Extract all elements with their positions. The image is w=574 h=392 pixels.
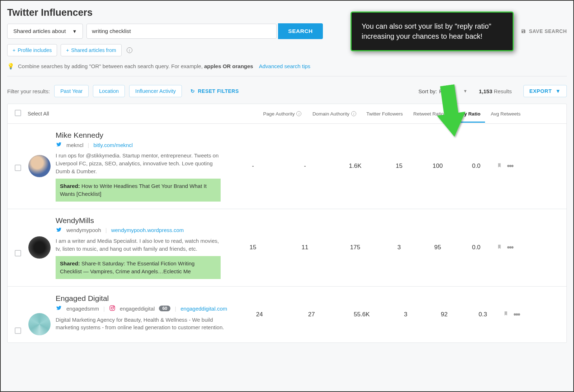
divider: | [105,227,107,233]
export-label: EXPORT [530,88,552,94]
row-checkbox[interactable] [15,250,21,256]
influencer-name[interactable]: Mike Kennedy [56,131,221,140]
cell-page-authority: - [228,162,278,170]
twitter-handle[interactable]: wendymypooh [66,227,101,233]
bookmark-icon[interactable] [497,162,502,170]
lightbulb-icon: 💡 [7,63,14,70]
shared-articles-from-chip[interactable]: + Shared articles from [61,44,121,56]
shared-article: Shared: How to Write Headlines That Get … [56,179,221,202]
instagram-handle[interactable]: engageddigital [120,306,155,312]
row-checkbox[interactable] [15,327,21,334]
twitter-icon [56,305,62,312]
divider: | [88,142,89,148]
instagram-icon [109,305,116,312]
filter-label: Filter your results: [7,88,50,94]
twitter-handle[interactable]: engagedsmm [66,306,99,312]
cell-page-authority: 15 [228,244,278,251]
cell-domain-authority: 27 [284,311,338,318]
divider: | [103,306,105,312]
shared-from-label: Shared articles from [71,47,116,53]
reset-filters-button[interactable]: ↻ RESET FILTERS [190,88,239,94]
more-icon[interactable]: ••• [507,161,513,171]
cell-reply-ratio: 100 [420,162,456,170]
twitter-handle[interactable]: mekncl [66,142,84,148]
select-all-label[interactable]: Select All [28,111,85,117]
table-row: WendyMills wendymypooh | wendymypooh.wor… [8,209,566,287]
cell-avg-retweets: 0.3 [462,311,503,318]
filter-past-year[interactable]: Past Year [54,85,89,97]
filter-activity[interactable]: Influencer Activity [129,85,182,97]
info-icon[interactable]: i [127,47,132,53]
cell-reply-ratio: 95 [420,244,456,251]
cell-domain-authority: 11 [278,244,332,251]
page-title: Twitter Influencers [7,7,93,18]
influencer-name[interactable]: Engaged Digital [56,294,227,303]
cell-twitter-followers: 1.6K [332,162,378,170]
influencer-bio: I am a writer and Media Specialist. I al… [56,237,221,253]
reset-filters-label: RESET FILTERS [198,88,239,94]
save-search-label: SAVE SEARCH [529,28,567,34]
col-page-authority[interactable]: Page Authorityi [257,111,307,117]
plus-icon: + [13,47,15,53]
influencer-name[interactable]: WendyMills [56,216,221,225]
follower-badge: 60 [159,306,170,311]
bookmark-icon[interactable] [503,310,508,318]
search-input[interactable] [86,24,277,39]
influencer-bio: I run ops for @stikkymedia. Startup ment… [56,152,221,175]
more-icon[interactable]: ••• [507,243,513,252]
bookmark-icon[interactable] [497,244,502,252]
shared-article: Shared: Share-It Saturday: The Essential… [56,256,221,279]
cell-retweet-ratio: 3 [385,311,426,318]
cell-avg-retweets: 0.0 [456,162,497,170]
influencer-bio: Digital Marketing Agency for Beauty, Hea… [56,316,224,332]
twitter-icon [56,227,62,233]
profile-link[interactable]: engageddigital.com [180,306,227,312]
avatar [28,313,51,335]
advanced-search-link[interactable]: Advanced search tips [259,63,310,69]
save-search-button[interactable]: SAVE SEARCH [521,28,567,34]
info-icon[interactable]: i [296,111,301,116]
plus-icon: + [66,47,69,53]
table-row: Engaged Digital engagedsmm | engageddigi… [8,287,566,343]
info-icon[interactable]: i [351,111,356,116]
twitter-icon [56,142,62,148]
tip-text: Combine searches by adding "OR" between … [18,63,253,69]
col-twitter-followers[interactable]: Twitter Followers [361,111,408,117]
divider [7,76,567,76]
refresh-icon: ↻ [190,88,195,94]
export-button[interactable]: EXPORT ▼ [523,85,567,97]
annotation-callout: You can also sort your list by "reply ra… [350,11,514,51]
divider: | [175,306,176,312]
cell-avg-retweets: 0.0 [456,244,497,251]
table-row: Mike Kennedy mekncl | bitly.com/mekncl I… [8,124,566,209]
cell-domain-authority: - [278,162,332,170]
svg-rect-3 [440,84,458,117]
cell-reply-ratio: 92 [426,311,462,318]
search-button[interactable]: SEARCH [278,23,323,39]
row-checkbox[interactable] [15,165,21,171]
svg-point-2 [113,306,114,307]
search-scope-dropdown[interactable]: Shared articles about ▼ [7,24,83,39]
annotation-arrow-icon [426,82,476,141]
cell-twitter-followers: 175 [332,244,378,251]
avatar [28,236,51,259]
cell-page-authority: 24 [234,311,284,318]
cell-twitter-followers: 55.6K [338,311,385,318]
cell-retweet-ratio: 15 [378,162,420,170]
col-avg-retweets[interactable]: Avg Retweets [485,111,526,117]
table-header: Select All Page Authorityi Domain Author… [8,104,566,124]
profile-includes-label: Profile includes [18,47,52,53]
profile-link[interactable]: wendymypooh.wordpress.com [111,227,184,233]
chevron-down-icon: ▼ [72,29,77,34]
influencers-table: Select All Page Authorityi Domain Author… [7,104,567,343]
select-all-checkbox[interactable] [15,110,21,116]
col-domain-authority[interactable]: Domain Authorityi [307,111,361,117]
chevron-down-icon: ▼ [555,88,561,94]
filter-location[interactable]: Location [93,85,125,97]
cell-retweet-ratio: 3 [378,244,420,251]
svg-point-1 [111,307,113,309]
avatar [28,155,51,177]
more-icon[interactable]: ••• [513,310,519,319]
profile-link[interactable]: bitly.com/mekncl [93,142,133,148]
profile-includes-chip[interactable]: + Profile includes [7,44,57,56]
